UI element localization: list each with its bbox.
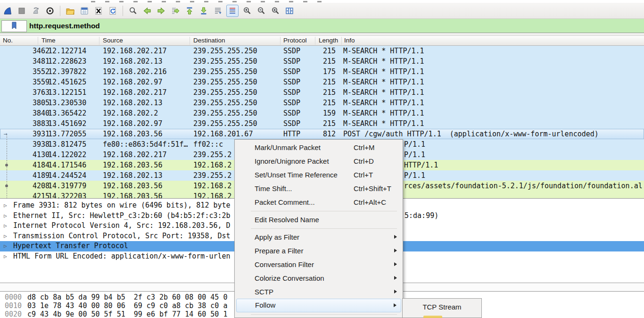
zoom-in-button[interactable] xyxy=(241,5,253,17)
expand-triangle-icon[interactable]: ▷ xyxy=(4,211,7,221)
go-forward-button[interactable] xyxy=(156,5,167,17)
column-header-time[interactable]: Time xyxy=(41,36,56,45)
destination-cell: 192.168.2 xyxy=(193,191,231,198)
length-cell: 215 xyxy=(302,98,336,108)
length-cell: 159 xyxy=(302,108,336,118)
save-capture-file-button[interactable] xyxy=(79,5,90,17)
packet-row-3462[interactable]: 346212.122714192.168.202.217239.255.255.… xyxy=(0,46,644,56)
source-cell: 192.168.202.2 xyxy=(103,108,158,118)
header-column-separator xyxy=(99,37,99,45)
display-filter-input[interactable]: http.request.method xyxy=(29,19,100,33)
packet-row-3763[interactable]: 376313.122151192.168.202.217239.255.255.… xyxy=(0,87,644,98)
source-cell: 192.168.203.56 xyxy=(103,129,162,139)
info-cell: M-SEARCH * HTTP/1.1 xyxy=(343,87,424,98)
go-to-top-button[interactable] xyxy=(184,5,195,17)
detail-line-text: Ethernet II, Src: HewlettP_c3:2b:60 (b4:… xyxy=(13,211,231,220)
menu-separator xyxy=(251,211,397,211)
destination-cell: 239.255.255.250 xyxy=(193,87,257,98)
filter-toolbar[interactable]: http.request.method xyxy=(0,19,644,33)
submenu-arrow-icon xyxy=(394,303,396,307)
go-to-bottom-button[interactable] xyxy=(198,5,209,17)
menu-item-sctp[interactable]: SCTP xyxy=(236,285,401,299)
detail-line-text: HTML Form URL Encoded: application/x-www… xyxy=(13,252,231,260)
resize-columns-button[interactable] xyxy=(284,5,295,17)
info-cell-tail: rces/assets/foundation-5.2.1/js/foundati… xyxy=(404,181,643,191)
menu-item-mark-unmark-packet[interactable]: Mark/Unmark PacketCtrl+M xyxy=(236,141,401,154)
menu-item-set-unset-time-reference[interactable]: Set/Unset Time ReferenceCtrl+T xyxy=(236,168,401,182)
packet-row-3840[interactable]: 384013.365422192.168.202.2239.255.255.25… xyxy=(0,108,644,118)
zoom-in-icon xyxy=(242,6,252,16)
open-capture-file-button[interactable] xyxy=(65,5,76,17)
column-header-source[interactable]: Source xyxy=(103,36,123,45)
submenu-item-tcp-stream[interactable]: TCP Stream xyxy=(403,301,481,313)
no-cell: 3462 xyxy=(14,46,50,56)
capture-options-button[interactable] xyxy=(44,5,56,17)
menu-item-label: Ignore/Unignore Packet xyxy=(255,154,329,168)
packet-row-3805[interactable]: 380513.230530192.168.202.13239.255.255.2… xyxy=(0,98,644,108)
protocol-cell: HTTP xyxy=(283,129,300,139)
colorize-packets-icon xyxy=(228,6,237,16)
packet-row-3931[interactable]: 393113.772055192.168.203.56192.168.201.6… xyxy=(0,129,644,139)
close-capture-file-button[interactable] xyxy=(93,5,104,17)
time-cell: 13.451692 xyxy=(48,118,86,129)
expand-triangle-icon[interactable]: ▷ xyxy=(4,201,7,211)
column-header-protocol[interactable]: Protocol xyxy=(283,36,307,45)
length-cell: 215 xyxy=(302,118,336,129)
menu-item-edit-resolved-name[interactable]: Edit Resolved Name xyxy=(236,213,401,226)
no-cell: 3805 xyxy=(14,98,50,108)
time-cell: 13.230530 xyxy=(48,98,86,108)
wireshark-window: http.request.method No.TimeSourceDestina… xyxy=(0,0,644,318)
zoom-out-icon xyxy=(256,6,266,16)
time-cell: 13.365422 xyxy=(48,108,86,118)
info-cell-tail: P/1.1 xyxy=(404,150,425,160)
auto-scroll-button[interactable] xyxy=(212,5,223,17)
menu-item-conversation-filter[interactable]: Conversation Filter xyxy=(236,258,401,271)
expand-triangle-icon[interactable]: ▷ xyxy=(4,241,7,251)
info-cell: M-SEARCH * HTTP/1.1 xyxy=(343,118,424,129)
no-cell: 4184 xyxy=(14,160,50,170)
time-cell: 12.451625 xyxy=(48,77,86,87)
go-back-button[interactable] xyxy=(141,5,153,17)
auto-scroll-icon xyxy=(213,6,223,16)
column-header-info[interactable]: Info xyxy=(344,36,355,45)
packet-row-3552[interactable]: 355212.397822192.168.202.216239.255.255.… xyxy=(0,67,644,77)
menu-item-packet-comment[interactable]: Packet Comment...Ctrl+Alt+C xyxy=(236,195,401,209)
colorize-packets-button[interactable] xyxy=(226,5,239,17)
source-cell: 192.168.202.13 xyxy=(103,56,162,67)
destination-cell: 239.255.2 xyxy=(193,150,231,160)
zoom-out-button[interactable] xyxy=(256,5,267,17)
no-cell: 3840 xyxy=(14,108,50,118)
column-header-destination[interactable]: Destination xyxy=(193,36,225,45)
column-header-length[interactable]: Length xyxy=(319,36,338,45)
length-cell: 215 xyxy=(302,56,336,67)
submenu-arrow-icon xyxy=(394,290,397,293)
time-cell: 13.122151 xyxy=(48,87,86,98)
wireshark-start-button[interactable] xyxy=(2,5,13,17)
expand-triangle-icon[interactable]: ▷ xyxy=(4,221,7,231)
capture-restart-button[interactable] xyxy=(30,5,41,17)
packet-row-3481[interactable]: 348112.228623192.168.202.13239.255.255.2… xyxy=(0,56,644,67)
no-cell: 3552 xyxy=(14,67,50,77)
find-packet-button[interactable] xyxy=(127,5,139,17)
go-to-packet-button[interactable] xyxy=(170,5,181,17)
detail-line-text: Internet Protocol Version 4, Src: 192.16… xyxy=(13,221,231,230)
expand-triangle-icon[interactable]: ▷ xyxy=(4,251,7,262)
menu-item-time-shift[interactable]: Time Shift...Ctrl+Shift+T xyxy=(236,182,401,195)
source-cell: 192.168.202.13 xyxy=(103,170,162,181)
zoom-original-button[interactable] xyxy=(270,5,281,17)
menu-item-label: Mark/Unmark Packet xyxy=(255,141,321,154)
filter-bookmark-button[interactable] xyxy=(1,20,27,32)
no-cell: 3931 xyxy=(14,129,50,139)
menu-item-prepare-a-filter[interactable]: Prepare a Filter xyxy=(236,244,401,258)
menu-item-follow[interactable]: Follow xyxy=(236,299,401,312)
packet-row-3559[interactable]: 355912.451625192.168.202.97239.255.255.2… xyxy=(0,77,644,87)
capture-stop-button[interactable] xyxy=(16,5,27,17)
packet-row-3883[interactable]: 388313.451692192.168.202.97239.255.255.2… xyxy=(0,118,644,129)
menu-item-colorize-conversation[interactable]: Colorize Conversation xyxy=(236,271,401,285)
column-header-no[interactable]: No. xyxy=(3,36,13,45)
menu-item-ignore-unignore-packet[interactable]: Ignore/Unignore PacketCtrl+D xyxy=(236,154,401,168)
menu-item-apply-as-filter[interactable]: Apply as Filter xyxy=(236,230,401,244)
expand-triangle-icon[interactable]: ▷ xyxy=(4,231,7,242)
menu-item-label: Follow xyxy=(255,299,275,311)
reload-capture-file-button[interactable] xyxy=(107,5,118,17)
